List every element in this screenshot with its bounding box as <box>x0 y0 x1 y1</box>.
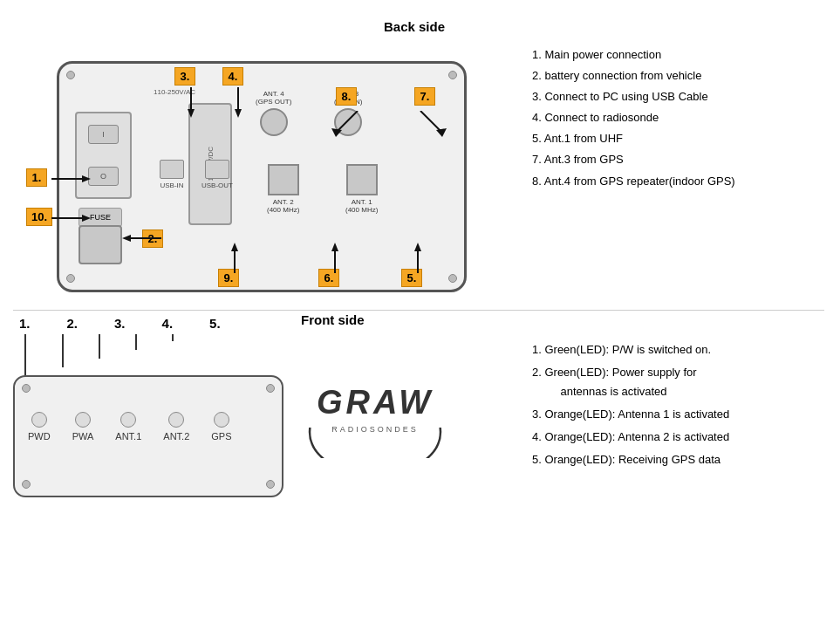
screw-tl <box>66 71 75 79</box>
svg-marker-3 <box>82 215 91 222</box>
svg-line-16 <box>336 111 358 133</box>
front-screw-bl <box>22 480 31 489</box>
svg-marker-10 <box>231 243 238 251</box>
led-label-pwd: PWD <box>28 431 51 442</box>
divider <box>13 310 824 311</box>
led-label-ant1: ANT.1 <box>115 431 141 442</box>
back-label-8: 8. <box>336 87 357 106</box>
led-circle-pwd <box>31 412 47 428</box>
ant1-connector <box>346 164 378 195</box>
back-desc: 1. Main power connection 2. battery conn… <box>532 45 824 193</box>
front-desc-list: 1. Green(LED): P/W is switched on. 2. Gr… <box>532 340 824 470</box>
tick-5 <box>172 334 174 341</box>
tick-lines-container <box>0 334 262 378</box>
ant1-label: ANT. 1(400 MHz) <box>345 198 378 214</box>
tick-4 <box>135 334 137 350</box>
led-pwa: PWA <box>72 412 94 442</box>
back-label-4: 4. <box>222 67 243 86</box>
usb-out-label: USB-OUT <box>201 181 233 189</box>
led-circle-ant2 <box>168 412 184 428</box>
svg-line-18 <box>420 111 442 133</box>
ant2-group: ANT. 2(400 MHz) <box>267 164 299 214</box>
svg-marker-7 <box>188 109 195 118</box>
front-num-5: 5. <box>209 316 221 331</box>
switch-on: I <box>88 125 119 144</box>
ant4-connector <box>260 108 288 136</box>
led-label-pwa: PWA <box>72 431 94 442</box>
usb-out-port: USB-OUT <box>201 160 233 189</box>
back-label-3: 3. <box>174 67 195 86</box>
ant4-label: ANT. 4(GPS OUT) <box>256 90 291 106</box>
arrow-10 <box>51 213 91 226</box>
graw-sub-text: RADIOSONDES <box>305 421 445 435</box>
usb-out-rect <box>205 160 229 179</box>
arrow-6 <box>330 243 340 276</box>
back-label-7: 7. <box>414 87 435 106</box>
svg-marker-17 <box>331 128 342 137</box>
led-ant1: ANT.1 <box>115 412 141 442</box>
back-desc-item-1: 1. Main power connection <box>532 45 824 65</box>
back-desc-item-5: 5. Ant.1 from UHF <box>532 129 824 148</box>
led-pwd: PWD <box>28 412 51 442</box>
back-desc-item-4: 4. Connect to radiosonde <box>532 108 824 127</box>
front-desc-item-4: 4. Orange(LED): Antenna 2 is activated <box>532 428 824 447</box>
svg-marker-12 <box>331 243 338 251</box>
front-desc-item-1: 1. Green(LED): P/W is switched on. <box>532 340 824 360</box>
ant2-label: ANT. 2(400 MHz) <box>267 198 299 214</box>
graw-logo: GRAW RADIOSONDES <box>305 375 445 462</box>
front-num-2: 2. <box>67 316 79 331</box>
usb-in-label: USB-IN <box>160 181 183 189</box>
arrow-4 <box>233 87 243 120</box>
arrow-2 <box>122 233 161 246</box>
led-circle-gps <box>214 412 229 428</box>
svg-marker-19 <box>436 128 447 137</box>
front-num-3: 3. <box>114 316 126 331</box>
led-ant2: ANT.2 <box>163 412 189 442</box>
tick-3 <box>99 334 100 359</box>
graw-brand-text: GRAW <box>305 384 445 421</box>
front-desc: 1. Green(LED): P/W is switched on. 2. Gr… <box>532 340 824 474</box>
svg-marker-4 <box>122 235 131 242</box>
back-desc-list: 1. Main power connection 2. battery conn… <box>532 45 824 191</box>
front-num-row: 1. 2. 3. 4. 5. <box>19 316 221 331</box>
usb-in-rect <box>160 160 184 179</box>
led-gps: GPS <box>211 412 231 442</box>
arrow-8 <box>331 111 362 140</box>
arrow-3 <box>186 87 196 120</box>
back-label-1: 1. <box>26 168 47 187</box>
front-screw-tr <box>266 384 275 393</box>
switch-off: O <box>88 167 119 186</box>
front-device-box: PWD PWA ANT.1 ANT.2 GPS <box>13 375 283 497</box>
front-num-4: 4. <box>162 316 174 331</box>
back-desc-item-3: 3. Connect to PC using USB Cable <box>532 87 824 106</box>
back-desc-item-8: 8. Ant.4 from GPS repeater(indoor GPS) <box>532 172 824 191</box>
usb-block: USB-IN USB-OUT <box>160 160 233 189</box>
led-label-gps: GPS <box>211 431 231 442</box>
arrow-7 <box>416 111 447 140</box>
front-num-1: 1. <box>19 316 31 331</box>
back-desc-item-2: 2. battery connection from vehicle <box>532 66 824 86</box>
usb-in-port: USB-IN <box>160 160 184 189</box>
tick-2 <box>62 334 64 367</box>
screw-tr <box>448 71 457 79</box>
back-side-diagram: 110-250V/AC I O FUSE 10-32V/DC USB-IN <box>13 39 519 310</box>
front-screw-tl <box>22 384 31 393</box>
front-desc-item-2: 2. Green(LED): Power supply for antennas… <box>532 363 824 401</box>
svg-marker-9 <box>235 109 242 118</box>
arrow-5 <box>413 243 423 276</box>
led-row: PWD PWA ANT.1 ANT.2 GPS <box>28 412 232 442</box>
front-desc-item-5: 5. Orange(LED): Receiving GPS data <box>532 450 824 469</box>
page: Back side 110-250V/AC I O FUSE 10-32V/DC <box>0 0 840 630</box>
back-desc-item-7: 7. Ant.3 from GPS <box>532 150 824 169</box>
screw-br <box>448 274 457 283</box>
power-inlet <box>79 225 122 264</box>
svg-marker-1 <box>82 175 91 182</box>
front-screw-br <box>266 480 275 489</box>
tick-1 <box>24 334 26 376</box>
ant4-group: ANT. 4(GPS OUT) <box>256 90 291 136</box>
led-circle-ant1 <box>120 412 136 428</box>
front-side-title: Front side <box>301 312 365 327</box>
svg-marker-14 <box>414 243 421 251</box>
front-desc-item-3: 3. Orange(LED): Antenna 1 is activated <box>532 405 824 424</box>
arrow-1 <box>51 174 91 187</box>
